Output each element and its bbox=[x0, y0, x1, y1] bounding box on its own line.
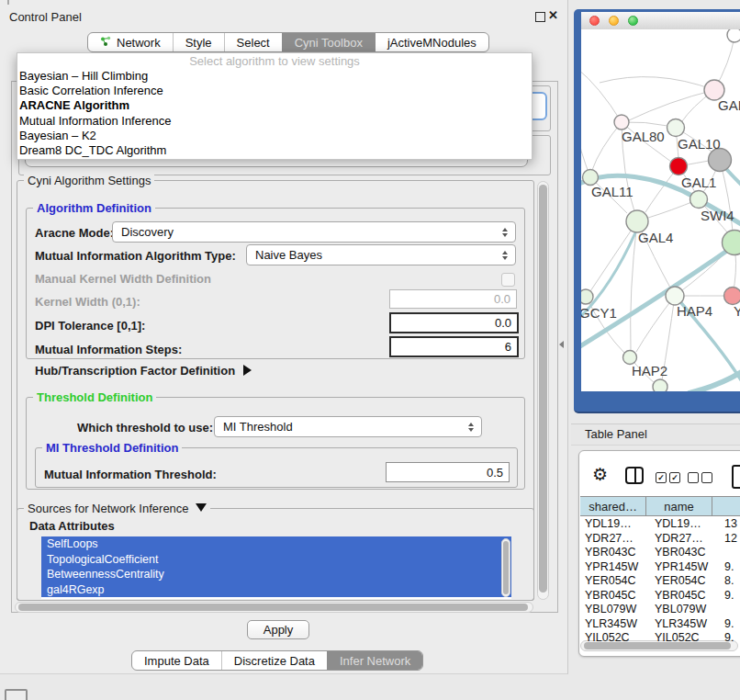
table-rows: YDL19…YDL19…13YDR27…YDR27…12YBR043CYBR04… bbox=[580, 517, 740, 646]
list-item-selfloops[interactable]: SelfLoops bbox=[41, 536, 511, 552]
table-row[interactable]: YLR345WYLR345W9. bbox=[580, 617, 740, 632]
dpi-tolerance-field[interactable]: 0.0 bbox=[389, 312, 519, 333]
dropdown-option-dream8-dc-tdc-algorithm[interactable]: Dream8 DC_TDC Algorithm bbox=[17, 143, 532, 158]
node-label-gal: GAL bbox=[718, 97, 740, 113]
deselect-checkboxes-icon[interactable] bbox=[688, 472, 712, 483]
dropdown-option-mutual-information-inference[interactable]: Mutual Information Inference bbox=[17, 114, 532, 129]
node-label-swi4: SWI4 bbox=[701, 208, 734, 223]
network-window-titlebar[interactable] bbox=[581, 12, 740, 30]
data-attributes-list[interactable]: SelfLoopsTopologicalCoefficientBetweenne… bbox=[41, 536, 511, 599]
table-row[interactable]: YBR043CYBR043C bbox=[580, 546, 740, 560]
which-threshold-combo[interactable]: MI Threshold bbox=[214, 416, 482, 437]
minimize-traffic-icon[interactable] bbox=[609, 16, 619, 26]
window-edge-tick bbox=[7, 0, 9, 5]
tab-label: Discretize Data bbox=[234, 654, 315, 668]
network-node-swi4[interactable] bbox=[690, 191, 708, 209]
manual-kernel-checkbox[interactable] bbox=[501, 273, 515, 287]
cyni-settings-legend: Cyni Algorithm Settings bbox=[24, 174, 154, 187]
tab-cyni-toolbox[interactable]: Cyni Toolbox bbox=[282, 33, 375, 51]
network-node[interactable] bbox=[653, 379, 667, 391]
network-edge-highlighted[interactable] bbox=[690, 367, 740, 391]
network-edge[interactable] bbox=[629, 90, 714, 120]
table-settings-gear-icon[interactable]: ⚙ bbox=[592, 464, 608, 485]
list-item-topologicalcoefficient[interactable]: TopologicalCoefficient bbox=[41, 552, 511, 568]
dropdown-prompt: Select algorithm to view settings bbox=[17, 53, 532, 69]
network-edge[interactable] bbox=[590, 221, 637, 291]
network-node-gal11[interactable] bbox=[583, 170, 599, 186]
table-row[interactable]: YBR045CYBR045C9. bbox=[580, 589, 740, 604]
tab-infer-network[interactable]: Infer Network bbox=[327, 651, 422, 670]
tab-label: Impute Data bbox=[144, 654, 209, 668]
zoom-traffic-icon[interactable] bbox=[628, 16, 638, 26]
tab-label: Style bbox=[185, 36, 212, 50]
network-edge-highlighted[interactable] bbox=[581, 237, 740, 349]
panel-grip-icon[interactable] bbox=[5, 689, 28, 700]
cell-value: 12 bbox=[721, 532, 737, 547]
partial-table-icon[interactable] bbox=[732, 465, 740, 489]
hub-definition-toggle[interactable]: Hub/Transcription Factor Definition bbox=[35, 364, 252, 378]
sources-legend[interactable]: Sources for Network Inference bbox=[24, 502, 210, 515]
mi-type-combo[interactable]: Naive Bayes bbox=[246, 244, 516, 265]
network-edge[interactable] bbox=[636, 296, 675, 352]
network-node-hap4[interactable] bbox=[666, 287, 684, 305]
table-row[interactable]: YDR27…YDR27…12 bbox=[580, 532, 740, 547]
kernel-width-field[interactable]: 0.0 bbox=[389, 289, 517, 309]
which-threshold-value: MI Threshold bbox=[223, 420, 293, 434]
aracne-mode-combo[interactable]: Discovery bbox=[112, 221, 516, 243]
network-canvas[interactable]: GALGAL80GAL10GAL1GAL11SWI4GAL4HAP4YGCY1H… bbox=[581, 29, 740, 391]
settings-horizontal-scrollbar[interactable] bbox=[15, 602, 533, 613]
table-column-headers: shared…name bbox=[580, 496, 740, 516]
dropdown-option-bayesian-hill-climbing[interactable]: Bayesian – Hill Climbing bbox=[17, 69, 532, 84]
network-edge[interactable] bbox=[592, 122, 622, 170]
cell-value: 9. bbox=[721, 560, 734, 575]
aracne-mode-label: Aracne Mode: bbox=[35, 226, 114, 240]
splitter-collapse-icon[interactable] bbox=[559, 341, 564, 348]
split-columns-icon[interactable] bbox=[625, 467, 644, 484]
select-all-checkboxes-icon[interactable]: ✓ ✓ bbox=[656, 472, 680, 483]
tab-network[interactable]: Network bbox=[88, 33, 173, 51]
table-row[interactable]: YPR145WYPR145W9. bbox=[580, 560, 740, 575]
settings-vertical-scrollbar[interactable] bbox=[537, 181, 549, 600]
collapse-right-icon bbox=[243, 365, 252, 376]
tab-discretize-data[interactable]: Discretize Data bbox=[221, 651, 327, 670]
mi-steps-field[interactable]: 6 bbox=[389, 336, 519, 357]
column-header-name[interactable]: name bbox=[646, 497, 712, 515]
float-panel-icon[interactable] bbox=[535, 12, 545, 22]
cell-shared-name: YER054C bbox=[580, 574, 651, 589]
tab-style[interactable]: Style bbox=[173, 33, 224, 51]
dropdown-option-basic-correlation-inference[interactable]: Basic Correlation Inference bbox=[17, 84, 532, 98]
network-node-gcy1[interactable] bbox=[581, 289, 593, 304]
network-node-gal80[interactable] bbox=[614, 115, 629, 130]
network-edge[interactable] bbox=[581, 68, 622, 122]
tab-impute-data[interactable]: Impute Data bbox=[132, 651, 221, 670]
node-label-hap2: HAP2 bbox=[632, 363, 667, 378]
network-node-gal10[interactable] bbox=[667, 119, 685, 137]
tab-jactivemnodules[interactable]: jActiveMNodules bbox=[375, 33, 488, 51]
list-item-gal4rgexp[interactable]: gal4RGexp bbox=[41, 582, 511, 598]
table-row[interactable]: YDL19…YDL19…13 bbox=[580, 517, 740, 532]
dropdown-option-bayesian-k2[interactable]: Bayesian – K2 bbox=[17, 129, 532, 143]
cyni-mode-tabs: Impute DataDiscretize DataInfer Network bbox=[131, 650, 423, 671]
network-node[interactable] bbox=[723, 231, 740, 255]
close-traffic-icon[interactable] bbox=[589, 16, 600, 26]
tab-select[interactable]: Select bbox=[224, 33, 282, 51]
table-row[interactable]: YBL079WYBL079W bbox=[580, 603, 740, 617]
network-node[interactable] bbox=[727, 29, 740, 42]
list-item-betweennesscentrality[interactable]: BetweennessCentrality bbox=[41, 567, 511, 582]
cell-value: 13 bbox=[721, 517, 737, 532]
mi-threshold-field[interactable]: 0.5 bbox=[386, 462, 510, 482]
dropdown-option-aracne-algorithm[interactable]: ARACNE Algorithm bbox=[17, 98, 532, 113]
table-row[interactable]: YER054CYER054C8. bbox=[580, 574, 740, 589]
network-edge[interactable] bbox=[600, 77, 714, 90]
network-node-y[interactable] bbox=[724, 288, 740, 305]
list-vertical-scrollbar[interactable] bbox=[501, 538, 510, 597]
network-node[interactable] bbox=[709, 149, 732, 172]
column-header-3[interactable] bbox=[712, 497, 740, 515]
apply-button[interactable]: Apply bbox=[247, 620, 309, 639]
column-header-shared[interactable]: shared… bbox=[580, 497, 646, 515]
table-row[interactable]: YIL052CYIL052C9. bbox=[580, 631, 740, 646]
cell-shared-name: YBR043C bbox=[580, 546, 651, 560]
network-node-gal1[interactable] bbox=[670, 158, 688, 175]
close-icon[interactable]: ✕ bbox=[548, 8, 558, 22]
mi-threshold-label: Mutual Information Threshold: bbox=[44, 468, 217, 481]
